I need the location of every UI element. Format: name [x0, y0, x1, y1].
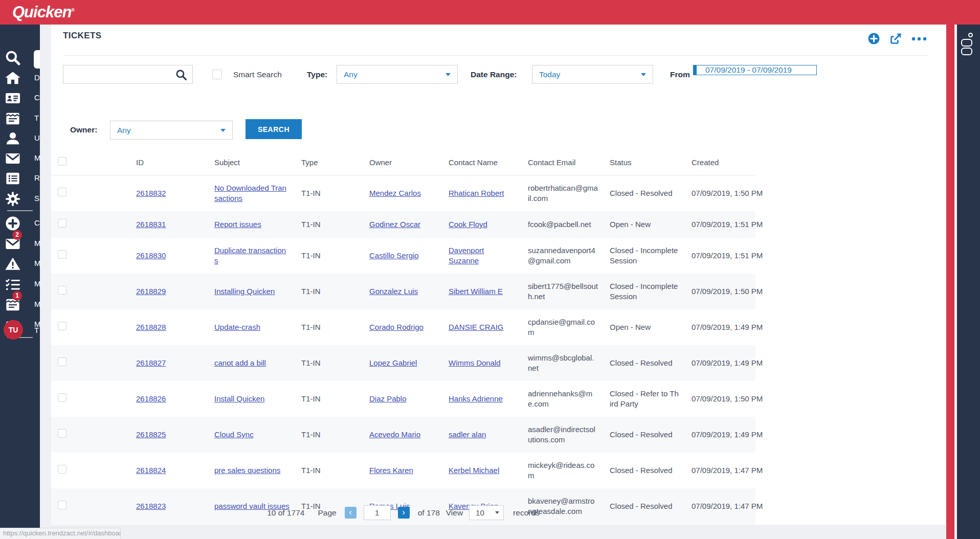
records-per-page-select[interactable]: 10: [469, 505, 504, 520]
ticket-created: 07/09/2019, 1:50 PM: [685, 175, 755, 212]
contact-email: fcook@pacbell.net: [521, 211, 603, 238]
search-input[interactable]: [63, 65, 171, 82]
date-range-input[interactable]: 07/09/2019 - 07/09/2019: [693, 65, 817, 75]
search-icon[interactable]: [175, 69, 188, 81]
row-checkbox[interactable]: [58, 286, 66, 295]
ticket-owner-link[interactable]: Castillo Sergio: [369, 251, 419, 260]
page-number-input[interactable]: [364, 505, 391, 520]
ticket-subject-link[interactable]: Installing Quicken: [214, 287, 275, 296]
contact-name-link[interactable]: Kerbel Michael: [449, 466, 499, 475]
date-range-select[interactable]: Today: [532, 65, 653, 84]
search-button[interactable]: SEARCH: [246, 119, 302, 139]
type-select[interactable]: Any: [337, 65, 458, 84]
owner-label: Owner:: [70, 125, 97, 134]
sidebar-item-tickets[interactable]: T: [0, 109, 40, 128]
ticket-owner-link[interactable]: Lopez Gabriel: [369, 358, 417, 367]
sidebar-nav: D C T U M R S C 2 M M M: [0, 25, 40, 528]
ticket-owner-link[interactable]: Acevedo Mario: [369, 430, 420, 439]
row-checkbox[interactable]: [58, 465, 66, 474]
table-row: 2618830 Duplicate transactions T1-IN Cas…: [51, 238, 755, 274]
ticket-owner-link[interactable]: Corado Rodrigo: [369, 323, 424, 331]
sidebar-item-quick-add[interactable]: C: [0, 214, 40, 233]
ticket-subject-link[interactable]: Install Quicken: [214, 394, 264, 403]
ticket-subject-link[interactable]: Cloud Sync: [214, 430, 254, 439]
previous-page-button[interactable]: ‹: [345, 507, 357, 519]
contact-name-link[interactable]: Sibert William E: [449, 287, 503, 296]
owner-select-value: Any: [117, 126, 131, 135]
sidebar-item-mail-notifications[interactable]: 2 M: [0, 235, 40, 253]
owner-select[interactable]: Any: [110, 121, 233, 140]
contact-name-link[interactable]: Davenport Suzanne: [449, 246, 484, 265]
sidebar-item-dashboard[interactable]: D: [0, 69, 40, 87]
ticket-id-link[interactable]: 2618831: [136, 220, 166, 229]
contact-name-link[interactable]: Hanks Adrienne: [449, 394, 503, 403]
sidebar-item-alerts[interactable]: M: [0, 255, 40, 273]
row-checkbox[interactable]: [58, 250, 66, 259]
sidebar-item-search[interactable]: [0, 49, 40, 67]
right-rail-shape-icon: [961, 39, 972, 47]
contact-name-link[interactable]: sadler alan: [449, 430, 486, 439]
contact-email: suzannedavenport4@gmail.com: [521, 238, 603, 274]
ticket-subject-link[interactable]: pre sales questions: [214, 466, 280, 475]
contact-email: asadler@indirectsolutions.com: [521, 417, 603, 453]
row-checkbox[interactable]: [58, 393, 66, 402]
sidebar-item-users[interactable]: U: [0, 129, 40, 148]
add-ticket-button[interactable]: [867, 32, 880, 45]
export-button[interactable]: [889, 32, 903, 46]
row-checkbox[interactable]: [58, 429, 66, 438]
ticket-owner-link[interactable]: Godinez Oscar: [369, 220, 420, 229]
contact-name-link[interactable]: Cook Floyd: [449, 220, 487, 229]
sidebar-item-reports[interactable]: R: [0, 169, 40, 188]
sidebar-item-ticket-notifications[interactable]: 1 M: [0, 296, 40, 314]
row-checkbox[interactable]: [58, 188, 66, 196]
ellipsis-icon: [911, 36, 927, 41]
ticket-type: T1-IN: [295, 175, 363, 212]
sidebar-label: D: [34, 73, 40, 82]
row-checkbox[interactable]: [58, 219, 66, 228]
smart-search-checkbox[interactable]: [212, 70, 222, 79]
view-label: View: [446, 508, 463, 518]
contact-name-link[interactable]: Rhatican Robert: [449, 189, 504, 197]
ticket-created: 07/09/2019, 1:49 PM: [685, 309, 755, 345]
ticket-id-link[interactable]: 2618829: [136, 287, 166, 296]
more-options-button[interactable]: [911, 36, 927, 41]
ticket-id-link[interactable]: 2618826: [136, 394, 166, 403]
contact-email: cpdansie@gmail.com: [521, 309, 603, 345]
ticket-subject-link[interactable]: Report issues: [214, 220, 261, 229]
ticket-id-link[interactable]: 2618830: [136, 251, 166, 260]
row-checkbox[interactable]: [58, 322, 66, 330]
ticket-subject-link[interactable]: canot add a bill: [214, 358, 266, 367]
tickets-table: ID Subject Type Owner Contact Name Conta…: [51, 149, 755, 524]
ticket-search-field[interactable]: [63, 65, 193, 84]
ticket-subject-link[interactable]: Update-crash: [214, 323, 260, 331]
plus-circle-icon: [5, 215, 21, 232]
mail-icon: [5, 150, 21, 167]
ticket-owner-link[interactable]: Gonzalez Luis: [369, 287, 418, 296]
select-all-checkbox[interactable]: [58, 157, 66, 166]
chevron-down-icon: [446, 73, 451, 76]
right-edge-panel[interactable]: [957, 25, 980, 539]
ticket-id-link[interactable]: 2618828: [136, 323, 166, 331]
ticket-status: Closed - Incomplete Session: [603, 238, 685, 274]
from-label: From: [670, 70, 690, 79]
contact-name-link[interactable]: Wimms Donald: [449, 358, 501, 367]
ticket-id-link[interactable]: 2618824: [136, 466, 166, 475]
contact-name-link[interactable]: DANSIE CRAIG: [449, 323, 504, 331]
next-page-button[interactable]: ›: [398, 507, 410, 519]
ticket-owner-link[interactable]: Mendez Carlos: [369, 189, 421, 197]
ticket-subject-link[interactable]: No Downloaded Transactions: [214, 184, 286, 203]
ticket-id-link[interactable]: 2618827: [136, 358, 166, 367]
sidebar-item-settings[interactable]: S: [0, 190, 40, 208]
ticket-subject-link[interactable]: Duplicate transactions: [214, 246, 286, 265]
user-avatar[interactable]: TU: [4, 320, 23, 340]
top-bar: Quicken®: [0, 0, 980, 25]
ticket-owner-link[interactable]: Diaz Pablo: [369, 394, 407, 403]
ticket-id-link[interactable]: 2618832: [136, 189, 166, 197]
ticket-id-link[interactable]: 2618825: [136, 430, 166, 439]
sidebar-item-contacts[interactable]: C: [0, 89, 40, 107]
column-header-owner: Owner: [363, 149, 442, 175]
sidebar-item-tasks[interactable]: M: [0, 275, 40, 294]
row-checkbox[interactable]: [58, 357, 66, 366]
sidebar-item-mail[interactable]: M: [0, 149, 40, 168]
ticket-owner-link[interactable]: Flores Karen: [369, 466, 413, 475]
